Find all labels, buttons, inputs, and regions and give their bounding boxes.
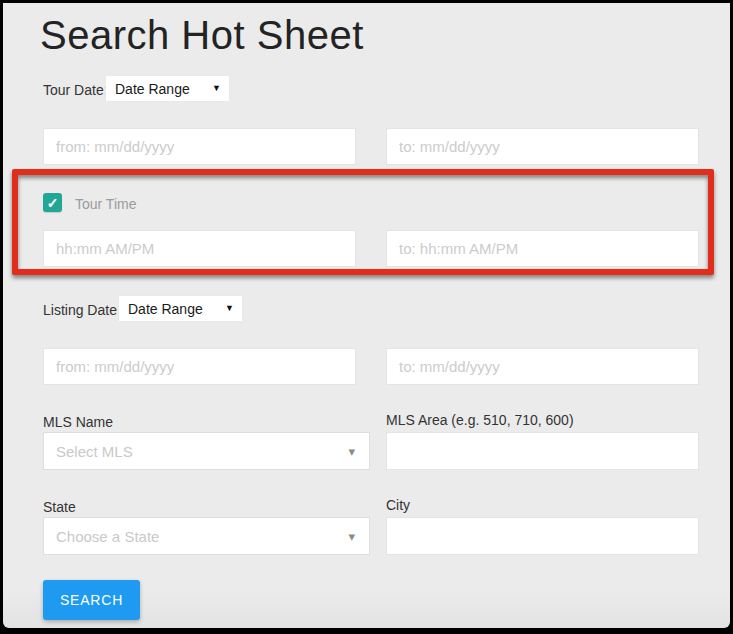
listing-date-from-input[interactable]: [43, 348, 356, 385]
dropdown-caret-icon: ▾: [348, 445, 355, 458]
state-label: State: [43, 499, 76, 515]
city-input[interactable]: [386, 517, 699, 555]
page-title: Search Hot Sheet: [40, 13, 364, 58]
chevron-down-icon: ▼: [225, 304, 234, 313]
mls-area-input[interactable]: [386, 432, 699, 470]
mls-name-label: MLS Name: [43, 414, 113, 430]
chevron-down-icon: ▼: [212, 84, 221, 93]
listing-date-to-input[interactable]: [386, 348, 699, 385]
tour-time-label: Tour Time: [75, 196, 136, 212]
listing-date-select-value: Date Range: [128, 301, 203, 317]
search-button[interactable]: SEARCH: [43, 580, 140, 620]
state-select-placeholder: Choose a State: [56, 528, 159, 545]
checkmark-icon: ✓: [47, 196, 59, 210]
tour-time-checkbox[interactable]: ✓: [43, 193, 62, 212]
tour-date-label: Tour Date:: [43, 82, 108, 98]
city-label: City: [386, 497, 410, 513]
mls-name-select[interactable]: Select MLS ▾: [43, 432, 370, 470]
tour-time-from-input[interactable]: [43, 230, 356, 267]
state-select[interactable]: Choose a State ▾: [43, 517, 370, 555]
dropdown-caret-icon: ▾: [348, 530, 355, 543]
search-hot-sheet-page: Search Hot Sheet Tour Date: Date Range ▼…: [3, 3, 730, 628]
tour-date-to-input[interactable]: [386, 128, 699, 165]
mls-name-select-placeholder: Select MLS: [56, 443, 133, 460]
tour-date-from-input[interactable]: [43, 128, 356, 165]
tour-time-to-input[interactable]: [386, 230, 699, 267]
listing-date-select[interactable]: Date Range ▼: [119, 296, 242, 321]
tour-date-select[interactable]: Date Range ▼: [106, 76, 229, 101]
tour-date-select-value: Date Range: [115, 81, 190, 97]
mls-area-label: MLS Area (e.g. 510, 710, 600): [386, 412, 574, 428]
listing-date-label: Listing Date:: [43, 302, 121, 318]
